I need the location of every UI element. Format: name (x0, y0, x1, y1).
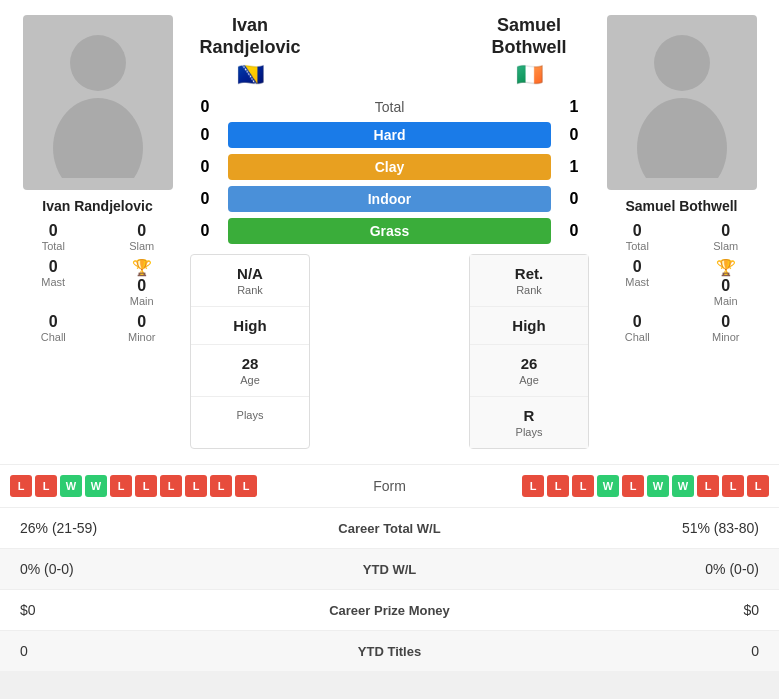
right-indoor-score: 0 (559, 190, 589, 208)
right-form-badge: L (572, 475, 594, 497)
ytd-wl-label: YTD W/L (220, 562, 559, 577)
svg-point-0 (70, 35, 126, 91)
right-total-stat: 0 Total (599, 222, 676, 252)
left-trophy-icon: 🏆 (132, 258, 152, 277)
total-row: 0 Total 1 (190, 98, 589, 116)
left-mast-stat: 0 Mast (15, 258, 92, 307)
right-grass-score: 0 (559, 222, 589, 240)
right-form-badge: W (672, 475, 694, 497)
career-total-right: 51% (83-80) (559, 520, 759, 536)
ytd-titles-right: 0 (559, 643, 759, 659)
ytd-titles-left: 0 (20, 643, 220, 659)
career-prize-right: $0 (559, 602, 759, 618)
career-total-row: 26% (21-59) Career Total W/L 51% (83-80) (0, 507, 779, 548)
left-trophy-cell: 🏆 0 Main (104, 258, 181, 307)
right-player-header: Samuel Bothwell 🇮🇪 (469, 15, 589, 88)
clay-button[interactable]: Clay (228, 154, 551, 180)
svg-point-1 (53, 98, 143, 178)
left-mast-value: 0 (49, 258, 58, 276)
left-main-label: Main (130, 295, 154, 307)
right-slam-label: Slam (713, 240, 738, 252)
right-trophy-icon: 🏆 (716, 258, 736, 277)
right-mast-label: Mast (625, 276, 649, 288)
grass-button[interactable]: Grass (228, 218, 551, 244)
left-player-name: Ivan Randjelovic (42, 198, 152, 214)
total-label: Total (220, 99, 559, 115)
right-high-value: High (512, 317, 545, 334)
left-slam-stat: 0 Slam (104, 222, 181, 252)
right-high-row: High (470, 307, 588, 345)
left-hard-score: 0 (190, 126, 220, 144)
right-minor-label: Minor (712, 331, 740, 343)
left-form-badge: L (160, 475, 182, 497)
left-mast-label: Mast (41, 276, 65, 288)
main-container: Ivan Randjelovic 0 Total 0 Slam 0 Mast 🏆… (0, 0, 779, 671)
left-rank-row: N/A Rank (191, 255, 309, 307)
right-form-badges: LLLWLWWLLL (522, 475, 769, 497)
hard-button[interactable]: Hard (228, 122, 551, 148)
form-section: LLWWLLLLLL Form LLLWLWWLLL (0, 464, 779, 507)
ytd-titles-label: YTD Titles (220, 644, 559, 659)
right-slam-stat: 0 Slam (688, 222, 765, 252)
left-total-stat: 0 Total (15, 222, 92, 252)
right-form-badge: L (722, 475, 744, 497)
right-main-value: 0 (721, 277, 730, 295)
right-trophy-cell: 🏆 0 Main (688, 258, 765, 307)
right-info-panel: Ret. Rank High 26 Age R Plays (469, 254, 589, 449)
ytd-wl-row: 0% (0-0) YTD W/L 0% (0-0) (0, 548, 779, 589)
left-plays-row: Plays (191, 397, 309, 431)
right-total-value: 0 (633, 222, 642, 240)
left-age-label: Age (240, 374, 260, 386)
left-clay-score: 0 (190, 158, 220, 176)
left-form-badge: L (110, 475, 132, 497)
right-form-badge: L (622, 475, 644, 497)
indoor-button[interactable]: Indoor (228, 186, 551, 212)
left-center-panel: N/A Rank High 28 Age Plays (190, 254, 310, 449)
left-form-badge: L (135, 475, 157, 497)
left-minor-value: 0 (137, 313, 146, 331)
career-prize-left: $0 (20, 602, 220, 618)
left-name-title: Ivan Randjelovic (190, 15, 310, 58)
left-plays-label: Plays (237, 409, 264, 421)
left-minor-label: Minor (128, 331, 156, 343)
right-form-badge: L (697, 475, 719, 497)
ytd-wl-left: 0% (0-0) (20, 561, 220, 577)
left-age-row: 28 Age (191, 345, 309, 397)
left-form-badge: L (235, 475, 257, 497)
right-rank-row: Ret. Rank (470, 255, 588, 307)
right-rank-label: Rank (516, 284, 542, 296)
grass-row: 0 Grass 0 (190, 218, 589, 244)
player-names-row: Ivan Randjelovic 🇧🇦 Samuel Bothwell 🇮🇪 (190, 15, 589, 88)
right-form-badge: W (597, 475, 619, 497)
left-age-value: 28 (242, 355, 259, 372)
right-player-card: Samuel Bothwell 0 Total 0 Slam 0 Mast 🏆 … (594, 15, 769, 449)
right-chall-value: 0 (633, 313, 642, 331)
left-form-badge: W (60, 475, 82, 497)
hard-row: 0 Hard 0 (190, 122, 589, 148)
right-plays-row: R Plays (470, 397, 588, 448)
left-main-value: 0 (137, 277, 146, 295)
left-minor-stat: 0 Minor (104, 313, 181, 343)
svg-point-2 (654, 35, 710, 91)
right-rank-value: Ret. (515, 265, 543, 282)
right-player-avatar (607, 15, 757, 190)
right-chall-stat: 0 Chall (599, 313, 676, 343)
right-name-title: Samuel Bothwell (469, 15, 589, 58)
left-player-avatar (23, 15, 173, 190)
right-clay-score: 1 (559, 158, 589, 176)
left-form-badge: L (185, 475, 207, 497)
left-chall-stat: 0 Chall (15, 313, 92, 343)
clay-row: 0 Clay 1 (190, 154, 589, 180)
right-total-score: 1 (559, 98, 589, 116)
form-label: Form (350, 478, 430, 494)
left-total-label: Total (42, 240, 65, 252)
left-player-stats: 0 Total 0 Slam 0 Mast 🏆 0 Main 0 (15, 222, 180, 343)
right-form-badge: L (522, 475, 544, 497)
left-form-badge: L (10, 475, 32, 497)
career-prize-label: Career Prize Money (220, 603, 559, 618)
left-chall-label: Chall (41, 331, 66, 343)
right-age-value: 26 (521, 355, 538, 372)
left-rank-label: Rank (237, 284, 263, 296)
right-age-row: 26 Age (470, 345, 588, 397)
right-chall-label: Chall (625, 331, 650, 343)
